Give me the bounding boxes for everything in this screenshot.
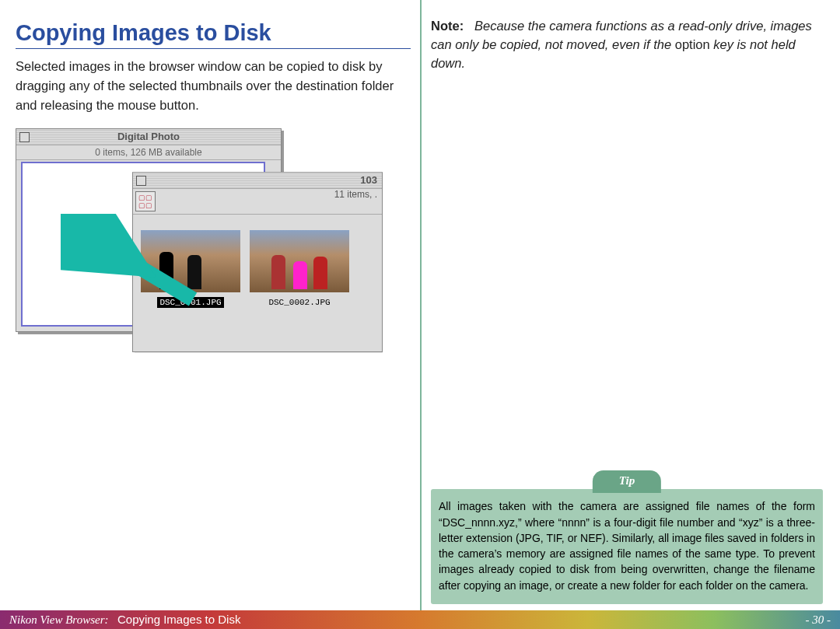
thumbnail-item: DSC_0002.JPG: [250, 230, 349, 308]
footer-section-name: Copying Images to Disk: [117, 613, 240, 626]
note-option-key: option: [675, 37, 710, 51]
thumbnail-item: DSC_0001.JPG: [141, 230, 240, 308]
left-column: Copying Images to Disk Selected images i…: [0, 0, 420, 629]
window-status: 11 items, .: [334, 189, 382, 203]
thumbnail-filename-selected: DSC_0001.JPG: [157, 297, 223, 308]
close-box-icon: [19, 132, 30, 142]
screenshot-mock: Digital Photo 0 items, 126 MB available …: [16, 128, 389, 369]
window-title: Digital Photo: [117, 131, 180, 142]
right-column: Note: Because the camera functions as a …: [420, 0, 840, 629]
tip-tab-label: Tip: [593, 470, 661, 493]
tip-body: All images taken with the camera are ass…: [439, 500, 815, 591]
toolbar-icon: ▢▢▢▢: [135, 191, 156, 211]
thumbnail-image: [250, 230, 349, 292]
tip-box: Tip All images taken with the camera are…: [431, 489, 823, 604]
note-label: Note:: [431, 19, 464, 33]
browser-window: 103 ▢▢▢▢ 11 items, . DSC_0001.JPG: [132, 172, 383, 352]
footer-page-number: - 30 -: [806, 613, 831, 627]
window-titlebar: 103: [133, 173, 382, 189]
close-box-icon: [136, 176, 146, 186]
note-block: Note: Because the camera functions as a …: [431, 17, 823, 73]
window-titlebar: Digital Photo: [16, 129, 281, 145]
thumbnail-filename: DSC_0002.JPG: [266, 297, 332, 308]
footer-app-name: Nikon View Browser: [9, 613, 105, 626]
footer-bar: Nikon View Browser: Copying Images to Di…: [0, 610, 840, 629]
window-title: 103: [360, 174, 377, 186]
window-status: 0 items, 126 MB available: [16, 145, 281, 160]
section-heading: Copying Images to Disk: [16, 20, 411, 49]
section-body: Selected images in the browser window ca…: [16, 57, 411, 114]
thumbnail-row: DSC_0001.JPG DSC_0002.JPG: [141, 230, 382, 308]
thumbnail-image: [141, 230, 240, 292]
